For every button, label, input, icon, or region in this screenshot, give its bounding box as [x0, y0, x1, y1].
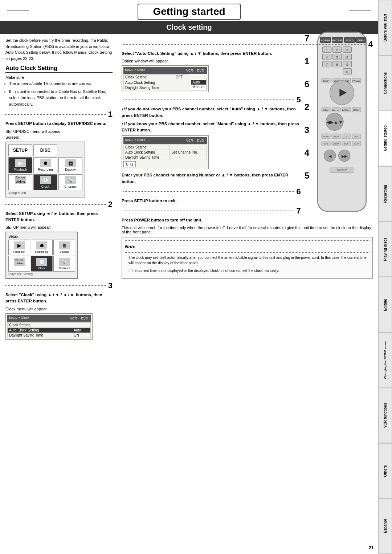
step1-num: 1 — [108, 110, 113, 119]
row-value: OFF — [174, 75, 188, 80]
step-dots — [122, 191, 294, 192]
screen-path: Setup > Clock — [9, 316, 29, 321]
menu-grid: SETUP DISC — [8, 144, 82, 156]
svg-text:1: 1 — [326, 48, 328, 52]
menu-item-label: Channel — [60, 185, 81, 188]
table-row: Clock Setting — [8, 322, 91, 327]
table-row: Daylight Saving Time — [124, 155, 207, 160]
list-item: The antenna/cable TV connections are cor… — [9, 81, 113, 87]
row-label: Auto Clock Setting — [124, 80, 174, 85]
step6-divider: 6 — [122, 187, 301, 196]
clock-icon: 🕐 — [40, 176, 51, 184]
svg-text:▶▶: ▶▶ — [342, 154, 348, 158]
note-title: Note — [125, 243, 369, 250]
sidebar-tab-connections[interactable]: Connections — [379, 56, 392, 111]
menu-item-selectvideo: SelectVideo — [8, 256, 30, 272]
display-icon2: ▦ — [59, 241, 70, 249]
svg-text:SETUP: SETUP — [332, 109, 340, 111]
row-label: Auto Clock Setting — [8, 327, 72, 333]
list-item: If this unit is connected to a Cable Box… — [9, 89, 113, 108]
make-sure-label: Make sure — [5, 75, 113, 80]
sidebar-tab-playing-discs[interactable]: Playing discs — [379, 221, 392, 277]
right-sidebar: Before you start Connections Getting sta… — [378, 0, 392, 554]
menu-item-video: SelectVideo — [8, 174, 32, 190]
playback-setting-label: Playback Setting — [8, 272, 75, 276]
step3-divider: 3 — [5, 281, 113, 290]
step2-divider: 2 — [5, 200, 113, 209]
big-step-1: 1 — [305, 56, 309, 66]
table-row: Clock Setting — [124, 145, 207, 150]
menu-item-label: Clock — [34, 185, 56, 188]
sidebar-tab-before-you-start[interactable]: Before you start — [379, 0, 392, 56]
clock-icon2: 🕐 — [36, 258, 47, 266]
sidebar-tab-espanol[interactable]: Español — [379, 498, 392, 554]
clock-screen-3: Setup > Clock VCR DVD Clock Setting — [122, 135, 209, 169]
sidebar-tab-others[interactable]: Others — [379, 443, 392, 499]
setup-label: Setup — [8, 235, 75, 239]
note-box: Note The clock may set itself automatica… — [122, 237, 373, 279]
menu-item-playback: ▶ Playback — [8, 157, 32, 173]
screen-content-3: Clock Setting Auto Clock Setting Set Cha… — [123, 144, 207, 160]
step-dots — [122, 99, 294, 100]
menu-item-label: Playback — [9, 168, 31, 171]
popup-manual: Manual — [191, 85, 206, 89]
ch-box: CH1 — [123, 161, 136, 167]
svg-text:OPEN: OPEN — [358, 39, 364, 42]
step3-result: Clock menu will appear. — [5, 307, 113, 311]
setup-disc-menu-mock: SETUP DISC ▶ Playback ⏺ Record — [5, 142, 85, 197]
note-dots2 — [125, 252, 369, 253]
svg-text:REC SPD: REC SPD — [332, 39, 343, 42]
row-value — [170, 145, 207, 150]
svg-text:3: 3 — [346, 48, 348, 52]
row-value — [174, 80, 188, 85]
play-icon: ▶ — [14, 241, 25, 249]
step5-num: 5 — [296, 95, 301, 105]
row-value — [174, 85, 188, 90]
sidebar-tab-getting-started[interactable]: Getting started — [379, 111, 392, 166]
table-row: Auto Clock Setting Set Channel No. — [124, 150, 207, 155]
page-number: 21 — [369, 545, 374, 550]
remote-area: 7 1 6 2 3 4 5 — [305, 30, 371, 214]
svg-text:PAUSE: PAUSE — [352, 80, 361, 82]
svg-text:REC: REC — [323, 109, 328, 111]
menu-item-channel2: 📡 Channel — [53, 256, 75, 272]
step7-result: This unit will search for the time only … — [122, 225, 373, 234]
sidebar-tab-changing-setup[interactable]: Changing the SETUP menu — [379, 333, 392, 388]
svg-text:6: 6 — [346, 56, 348, 59]
popup-menu: Auto Manual — [190, 79, 207, 90]
big-step-2: 2 — [305, 102, 309, 112]
step-dots — [5, 285, 106, 286]
svg-text:8: 8 — [336, 63, 338, 66]
intro-text: Set the clock before you try the timer r… — [5, 37, 113, 61]
selectvideo-icon: SelectVideo — [14, 258, 25, 266]
sidebar-tab-recording[interactable]: Recording — [379, 166, 392, 222]
step-dots — [5, 114, 106, 115]
svg-text:TOP M: TOP M — [333, 135, 339, 138]
step2-num: 2 — [108, 200, 113, 209]
step-dots — [122, 211, 294, 211]
svg-text:DISP: DISP — [323, 80, 329, 82]
sidebar-tab-editing[interactable]: Editing — [379, 277, 392, 333]
step1-divider: 1 — [5, 110, 113, 119]
menu-item-clock2: 🕐 Clock — [31, 256, 53, 272]
screen-path: Setup > Clock — [125, 68, 145, 73]
big-step-4: 4 — [305, 148, 309, 158]
svg-text:◀▶▲▼: ◀▶▲▼ — [326, 119, 343, 125]
sidebar-tab-vcr-functions[interactable]: VCR functions — [379, 388, 392, 443]
step-numbers-column: 7 1 6 2 3 4 5 — [305, 33, 311, 181]
table-row-highlighted: Auto Clock Setting Auto — [8, 327, 91, 333]
screen-header-2: Setup > Clock VCR DVD — [123, 67, 207, 74]
svg-text:POWER: POWER — [321, 39, 330, 42]
clock-table-1: Clock Setting Auto Clock Setting Auto Da… — [7, 322, 91, 338]
vcr-dvd: VCR DVD — [69, 316, 89, 321]
row-value: ON — [72, 333, 90, 338]
row-label: Daylight Saving Time — [124, 85, 174, 90]
screen-path: Setup > Clock — [125, 138, 145, 143]
row-label: Clock Setting — [124, 75, 174, 80]
screen-header-3: Setup > Clock VCR DVD — [123, 137, 207, 144]
remote-steps: 7 1 6 2 3 4 5 — [305, 30, 371, 214]
setup-menu-label: Setup Menu — [8, 191, 82, 195]
table-row: Auto Clock Setting — [124, 80, 188, 85]
row-value: Auto — [72, 327, 90, 333]
table-row: Daylight Saving Time — [124, 85, 188, 90]
